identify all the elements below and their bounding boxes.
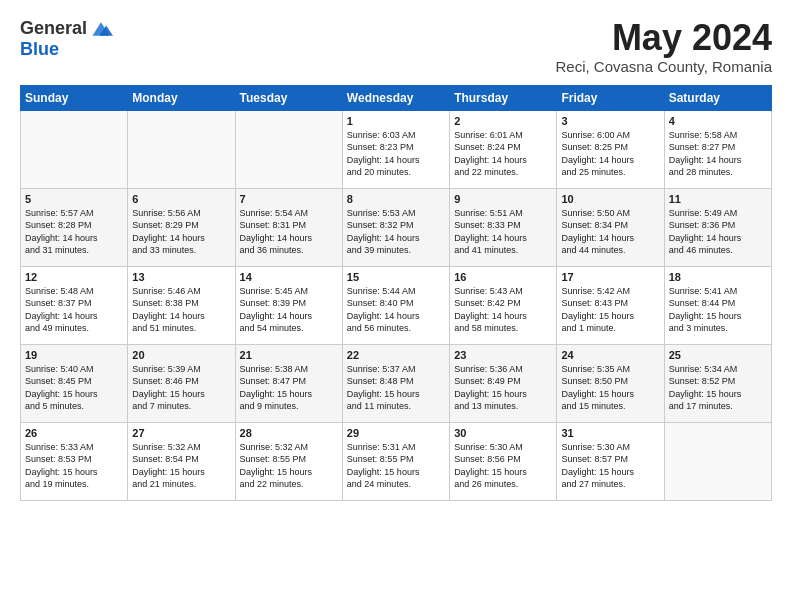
logo-general: General	[20, 18, 87, 39]
day-cell: 17Sunrise: 5:42 AM Sunset: 8:43 PM Dayli…	[557, 266, 664, 344]
page: General Blue May 2024 Reci, Covasna Coun…	[0, 0, 792, 511]
day-info: Sunrise: 5:56 AM Sunset: 8:29 PM Dayligh…	[132, 207, 230, 257]
day-number: 25	[669, 349, 767, 361]
day-number: 9	[454, 193, 552, 205]
subtitle: Reci, Covasna County, Romania	[556, 58, 773, 75]
day-info: Sunrise: 5:34 AM Sunset: 8:52 PM Dayligh…	[669, 363, 767, 413]
header-row: SundayMondayTuesdayWednesdayThursdayFrid…	[21, 85, 772, 110]
day-info: Sunrise: 5:40 AM Sunset: 8:45 PM Dayligh…	[25, 363, 123, 413]
day-cell: 15Sunrise: 5:44 AM Sunset: 8:40 PM Dayli…	[342, 266, 449, 344]
day-header-friday: Friday	[557, 85, 664, 110]
day-cell: 6Sunrise: 5:56 AM Sunset: 8:29 PM Daylig…	[128, 188, 235, 266]
day-info: Sunrise: 5:33 AM Sunset: 8:53 PM Dayligh…	[25, 441, 123, 491]
day-info: Sunrise: 5:48 AM Sunset: 8:37 PM Dayligh…	[25, 285, 123, 335]
week-row-4: 19Sunrise: 5:40 AM Sunset: 8:45 PM Dayli…	[21, 344, 772, 422]
day-number: 4	[669, 115, 767, 127]
day-info: Sunrise: 5:46 AM Sunset: 8:38 PM Dayligh…	[132, 285, 230, 335]
day-header-thursday: Thursday	[450, 85, 557, 110]
day-header-sunday: Sunday	[21, 85, 128, 110]
day-cell: 21Sunrise: 5:38 AM Sunset: 8:47 PM Dayli…	[235, 344, 342, 422]
day-info: Sunrise: 5:53 AM Sunset: 8:32 PM Dayligh…	[347, 207, 445, 257]
day-cell: 18Sunrise: 5:41 AM Sunset: 8:44 PM Dayli…	[664, 266, 771, 344]
day-cell: 31Sunrise: 5:30 AM Sunset: 8:57 PM Dayli…	[557, 422, 664, 500]
day-number: 22	[347, 349, 445, 361]
day-info: Sunrise: 5:38 AM Sunset: 8:47 PM Dayligh…	[240, 363, 338, 413]
day-cell: 9Sunrise: 5:51 AM Sunset: 8:33 PM Daylig…	[450, 188, 557, 266]
logo-icon	[89, 20, 113, 38]
day-cell: 29Sunrise: 5:31 AM Sunset: 8:55 PM Dayli…	[342, 422, 449, 500]
day-number: 6	[132, 193, 230, 205]
day-number: 17	[561, 271, 659, 283]
day-cell: 24Sunrise: 5:35 AM Sunset: 8:50 PM Dayli…	[557, 344, 664, 422]
day-number: 30	[454, 427, 552, 439]
day-info: Sunrise: 5:45 AM Sunset: 8:39 PM Dayligh…	[240, 285, 338, 335]
day-number: 2	[454, 115, 552, 127]
day-info: Sunrise: 6:01 AM Sunset: 8:24 PM Dayligh…	[454, 129, 552, 179]
day-number: 29	[347, 427, 445, 439]
day-number: 16	[454, 271, 552, 283]
day-info: Sunrise: 5:32 AM Sunset: 8:55 PM Dayligh…	[240, 441, 338, 491]
day-info: Sunrise: 6:03 AM Sunset: 8:23 PM Dayligh…	[347, 129, 445, 179]
week-row-2: 5Sunrise: 5:57 AM Sunset: 8:28 PM Daylig…	[21, 188, 772, 266]
day-info: Sunrise: 5:31 AM Sunset: 8:55 PM Dayligh…	[347, 441, 445, 491]
day-info: Sunrise: 5:30 AM Sunset: 8:56 PM Dayligh…	[454, 441, 552, 491]
day-number: 7	[240, 193, 338, 205]
title-block: May 2024 Reci, Covasna County, Romania	[556, 18, 773, 75]
day-number: 13	[132, 271, 230, 283]
day-number: 19	[25, 349, 123, 361]
week-row-3: 12Sunrise: 5:48 AM Sunset: 8:37 PM Dayli…	[21, 266, 772, 344]
day-number: 5	[25, 193, 123, 205]
day-cell	[235, 110, 342, 188]
day-number: 12	[25, 271, 123, 283]
day-info: Sunrise: 5:57 AM Sunset: 8:28 PM Dayligh…	[25, 207, 123, 257]
week-row-5: 26Sunrise: 5:33 AM Sunset: 8:53 PM Dayli…	[21, 422, 772, 500]
day-cell: 12Sunrise: 5:48 AM Sunset: 8:37 PM Dayli…	[21, 266, 128, 344]
day-info: Sunrise: 5:50 AM Sunset: 8:34 PM Dayligh…	[561, 207, 659, 257]
day-number: 11	[669, 193, 767, 205]
day-info: Sunrise: 5:32 AM Sunset: 8:54 PM Dayligh…	[132, 441, 230, 491]
logo-text: General	[20, 18, 113, 39]
day-header-tuesday: Tuesday	[235, 85, 342, 110]
day-header-wednesday: Wednesday	[342, 85, 449, 110]
day-number: 18	[669, 271, 767, 283]
day-info: Sunrise: 5:58 AM Sunset: 8:27 PM Dayligh…	[669, 129, 767, 179]
day-info: Sunrise: 5:39 AM Sunset: 8:46 PM Dayligh…	[132, 363, 230, 413]
day-cell	[664, 422, 771, 500]
day-cell: 3Sunrise: 6:00 AM Sunset: 8:25 PM Daylig…	[557, 110, 664, 188]
day-info: Sunrise: 5:35 AM Sunset: 8:50 PM Dayligh…	[561, 363, 659, 413]
day-cell: 20Sunrise: 5:39 AM Sunset: 8:46 PM Dayli…	[128, 344, 235, 422]
day-cell: 16Sunrise: 5:43 AM Sunset: 8:42 PM Dayli…	[450, 266, 557, 344]
day-cell	[128, 110, 235, 188]
week-row-1: 1Sunrise: 6:03 AM Sunset: 8:23 PM Daylig…	[21, 110, 772, 188]
logo-blue: Blue	[20, 39, 59, 59]
day-info: Sunrise: 5:41 AM Sunset: 8:44 PM Dayligh…	[669, 285, 767, 335]
day-cell: 14Sunrise: 5:45 AM Sunset: 8:39 PM Dayli…	[235, 266, 342, 344]
day-number: 15	[347, 271, 445, 283]
day-number: 3	[561, 115, 659, 127]
day-cell: 30Sunrise: 5:30 AM Sunset: 8:56 PM Dayli…	[450, 422, 557, 500]
day-info: Sunrise: 5:43 AM Sunset: 8:42 PM Dayligh…	[454, 285, 552, 335]
day-number: 8	[347, 193, 445, 205]
day-cell: 7Sunrise: 5:54 AM Sunset: 8:31 PM Daylig…	[235, 188, 342, 266]
day-number: 23	[454, 349, 552, 361]
day-number: 1	[347, 115, 445, 127]
day-cell	[21, 110, 128, 188]
day-number: 14	[240, 271, 338, 283]
day-cell: 27Sunrise: 5:32 AM Sunset: 8:54 PM Dayli…	[128, 422, 235, 500]
day-info: Sunrise: 6:00 AM Sunset: 8:25 PM Dayligh…	[561, 129, 659, 179]
day-info: Sunrise: 5:30 AM Sunset: 8:57 PM Dayligh…	[561, 441, 659, 491]
header: General Blue May 2024 Reci, Covasna Coun…	[20, 18, 772, 75]
day-cell: 8Sunrise: 5:53 AM Sunset: 8:32 PM Daylig…	[342, 188, 449, 266]
day-info: Sunrise: 5:37 AM Sunset: 8:48 PM Dayligh…	[347, 363, 445, 413]
day-cell: 28Sunrise: 5:32 AM Sunset: 8:55 PM Dayli…	[235, 422, 342, 500]
month-title: May 2024	[556, 18, 773, 58]
day-cell: 1Sunrise: 6:03 AM Sunset: 8:23 PM Daylig…	[342, 110, 449, 188]
day-cell: 25Sunrise: 5:34 AM Sunset: 8:52 PM Dayli…	[664, 344, 771, 422]
day-header-monday: Monday	[128, 85, 235, 110]
day-cell: 13Sunrise: 5:46 AM Sunset: 8:38 PM Dayli…	[128, 266, 235, 344]
day-info: Sunrise: 5:49 AM Sunset: 8:36 PM Dayligh…	[669, 207, 767, 257]
day-cell: 22Sunrise: 5:37 AM Sunset: 8:48 PM Dayli…	[342, 344, 449, 422]
day-number: 28	[240, 427, 338, 439]
day-cell: 4Sunrise: 5:58 AM Sunset: 8:27 PM Daylig…	[664, 110, 771, 188]
day-cell: 26Sunrise: 5:33 AM Sunset: 8:53 PM Dayli…	[21, 422, 128, 500]
